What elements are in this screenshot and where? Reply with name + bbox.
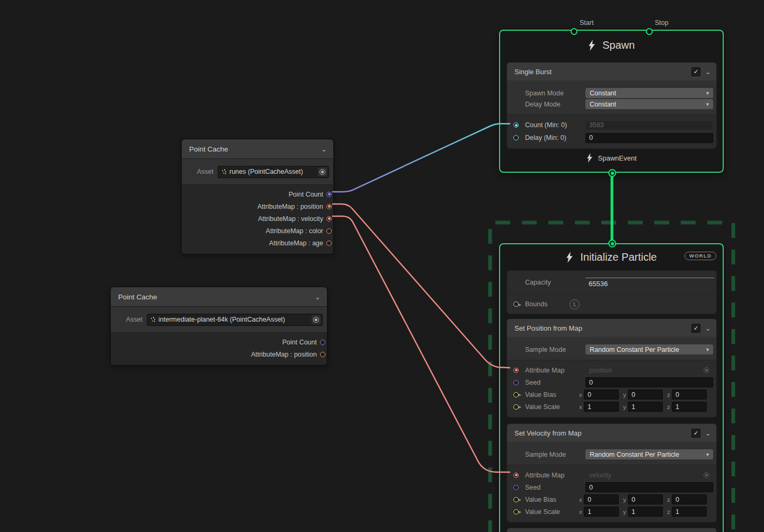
attribute-map-input-port[interactable] bbox=[513, 368, 519, 373]
start-flow-port[interactable] bbox=[571, 28, 578, 35]
value-scale-input-port[interactable] bbox=[513, 509, 519, 515]
single-burst-header: Single Burst ✓ ⌄ bbox=[507, 63, 716, 81]
value-scale-y-field[interactable]: 1 bbox=[628, 402, 663, 412]
chevron-down-icon[interactable]: ⌄ bbox=[705, 68, 711, 76]
asset-object-field[interactable]: runes (PointCacheAsset) bbox=[218, 166, 329, 178]
seed-input-port[interactable] bbox=[513, 380, 519, 385]
dropdown-arrow-icon: ▾ bbox=[706, 347, 709, 352]
value-bias-input-port[interactable] bbox=[513, 497, 519, 502]
delay-mode-dropdown[interactable]: Constant ▾ bbox=[585, 99, 713, 109]
sample-mode-dropdown[interactable]: Random Constant Per Particle ▾ bbox=[585, 449, 713, 459]
position-sphere-header: Position (Sphere) ✓ ⌄ bbox=[507, 528, 716, 532]
point-cache-header[interactable]: Point Cache ⌄ bbox=[111, 287, 327, 306]
position-sphere-block[interactable]: Position (Sphere) ✓ ⌄ bbox=[507, 528, 717, 532]
value-bias-y-field[interactable]: 0 bbox=[628, 389, 663, 400]
delay-input-port[interactable] bbox=[513, 135, 519, 140]
expander-icon[interactable]: ▸ bbox=[519, 509, 525, 515]
single-burst-enabled-checkbox[interactable]: ✓ bbox=[691, 67, 700, 76]
point-cache-runes-node[interactable]: Point Cache ⌄ Asset runes (PointCacheAss… bbox=[181, 139, 334, 254]
stop-flow-label: Stop bbox=[655, 19, 669, 26]
single-burst-settings: Spawn Mode Constant ▾ Delay Mode Constan… bbox=[507, 81, 716, 114]
expander-icon[interactable]: ▸ bbox=[519, 404, 525, 410]
chevron-down-icon[interactable]: ⌄ bbox=[705, 324, 711, 332]
point-cache-header[interactable]: Point Cache ⌄ bbox=[182, 139, 333, 158]
value-scale-label: Value Scale bbox=[525, 403, 579, 411]
value-bias-x-field[interactable]: 0 bbox=[584, 389, 619, 400]
set-velocity-enabled-checkbox[interactable]: ✓ bbox=[691, 429, 700, 438]
capacity-field[interactable]: 65536 bbox=[585, 278, 714, 288]
initialize-particle-node[interactable]: Initialize Particle WORLD Capacity 65536… bbox=[499, 243, 724, 532]
value-scale-input-port[interactable] bbox=[513, 404, 519, 410]
value-bias-z-field[interactable]: 0 bbox=[672, 494, 707, 504]
seed-field[interactable]: 0 bbox=[585, 377, 713, 387]
value-scale-y-field[interactable]: 1 bbox=[628, 507, 663, 517]
vfx-graph-canvas[interactable]: Start Stop Spawn Single Burst ✓ ⌄ Spawn … bbox=[0, 0, 764, 532]
expander-icon[interactable]: ▸ bbox=[519, 496, 525, 502]
attributemap-age-output-port[interactable] bbox=[326, 241, 332, 246]
edge-position-to-attributemap[interactable] bbox=[333, 204, 510, 368]
spawn-node-title: Spawn bbox=[602, 39, 635, 51]
delay-field[interactable]: 0 bbox=[585, 133, 713, 143]
edge-velocity-to-attributemap[interactable] bbox=[333, 216, 510, 472]
value-scale-z-field[interactable]: 1 bbox=[672, 507, 707, 517]
asset-object-field[interactable]: intermediate-planet-64k (PointCacheAsset… bbox=[147, 314, 323, 326]
z-axis-label: z bbox=[667, 496, 672, 503]
output-row: AttributeMap : position bbox=[111, 348, 327, 360]
value-bias-z-field[interactable]: 0 bbox=[672, 389, 707, 400]
chevron-down-icon[interactable]: ⌄ bbox=[315, 293, 321, 301]
world-space-badge[interactable]: WORLD bbox=[685, 252, 716, 260]
attributemap-color-output-label: AttributeMap : color bbox=[266, 227, 323, 235]
expander-icon[interactable]: ▸ bbox=[519, 392, 525, 397]
capacity-value: 65536 bbox=[589, 280, 608, 288]
spawn-node[interactable]: Spawn Single Burst ✓ ⌄ Spawn Mode Consta… bbox=[499, 30, 724, 173]
attributemap-position-output-port[interactable] bbox=[326, 204, 332, 209]
attribute-map-label: Attribute Map bbox=[525, 472, 585, 479]
seed-input-port[interactable] bbox=[513, 485, 519, 490]
attribute-map-label: Attribute Map bbox=[525, 367, 585, 374]
initialize-node-title: Initialize Particle bbox=[580, 251, 657, 263]
set-position-from-map-block[interactable]: Set Position from Map ✓ ⌄ Sample Mode Ra… bbox=[507, 318, 717, 418]
seed-field[interactable]: 0 bbox=[585, 482, 713, 492]
set-velocity-title: Set Velocity from Map bbox=[514, 429, 691, 437]
object-picker-icon[interactable] bbox=[318, 167, 327, 176]
bounds-link-icon[interactable]: L bbox=[570, 299, 580, 309]
point-count-output-port[interactable] bbox=[326, 192, 332, 197]
single-burst-block[interactable]: Single Burst ✓ ⌄ Spawn Mode Constant ▾ D… bbox=[507, 62, 717, 149]
chevron-down-icon[interactable]: ⌄ bbox=[705, 429, 711, 437]
value-bias-input-port[interactable] bbox=[513, 392, 519, 397]
value-scale-x-field[interactable]: 1 bbox=[584, 402, 619, 412]
attribute-map-input-port[interactable] bbox=[513, 473, 519, 478]
seed-row: Seed 0 bbox=[507, 481, 716, 493]
point-count-output-label: Point Count bbox=[282, 339, 317, 346]
attributemap-velocity-output-port[interactable] bbox=[326, 216, 332, 221]
value-scale-x-field[interactable]: 1 bbox=[584, 507, 619, 517]
spawnevent-output-port[interactable] bbox=[608, 169, 616, 177]
stop-flow-port[interactable] bbox=[646, 28, 653, 35]
chevron-down-icon[interactable]: ⌄ bbox=[321, 145, 327, 153]
z-axis-label: z bbox=[667, 404, 672, 410]
point-cache-planet-node[interactable]: Point Cache ⌄ Asset intermediate-planet-… bbox=[110, 287, 327, 366]
spawn-mode-dropdown[interactable]: Constant ▾ bbox=[585, 88, 713, 98]
point-count-output-port[interactable] bbox=[320, 340, 325, 345]
attributemap-color-output-port[interactable] bbox=[326, 228, 332, 234]
sample-mode-label: Sample Mode bbox=[525, 451, 585, 458]
set-position-enabled-checkbox[interactable]: ✓ bbox=[691, 324, 700, 333]
value-bias-y: 0 bbox=[632, 496, 635, 503]
value-scale-z-field[interactable]: 1 bbox=[672, 402, 707, 412]
spawn-mode-label: Spawn Mode bbox=[525, 90, 585, 97]
bounds-input-port[interactable] bbox=[513, 302, 519, 307]
value-bias-x-field[interactable]: 0 bbox=[584, 494, 619, 504]
sample-mode-dropdown[interactable]: Random Constant Per Particle ▾ bbox=[585, 344, 713, 354]
value-bias-y-field[interactable]: 0 bbox=[628, 494, 663, 504]
expander-icon[interactable]: ▸ bbox=[519, 302, 525, 307]
set-velocity-from-map-block[interactable]: Set Velocity from Map ✓ ⌄ Sample Mode Ra… bbox=[507, 423, 717, 522]
edge-pointcount-to-count[interactable] bbox=[333, 124, 510, 192]
object-picker-icon[interactable] bbox=[312, 315, 321, 324]
x-axis-label: x bbox=[579, 496, 584, 503]
count-input-port[interactable] bbox=[513, 122, 519, 128]
initialize-input-port[interactable] bbox=[608, 240, 616, 247]
value-bias-x: 0 bbox=[588, 496, 591, 503]
attributemap-position-output-port[interactable] bbox=[320, 352, 325, 357]
asset-label: Asset bbox=[182, 168, 214, 175]
dropdown-arrow-icon: ▾ bbox=[706, 101, 709, 107]
